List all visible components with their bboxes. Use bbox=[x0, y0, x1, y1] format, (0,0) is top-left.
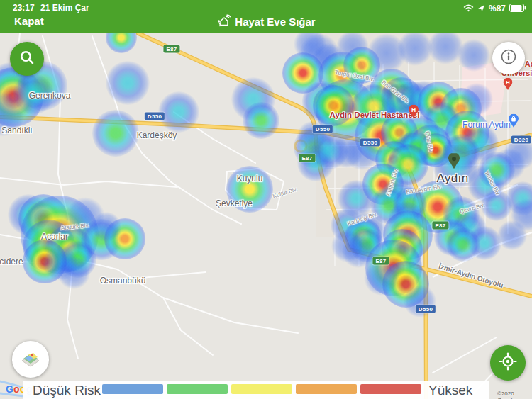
legend-low-label: Düşük Risk bbox=[33, 383, 101, 398]
app-title-bar: Hayat Eve Sığar bbox=[0, 14, 532, 28]
app-title: Hayat Eve Sığar bbox=[235, 16, 315, 28]
legend-high-label: Yüksek Risk bbox=[428, 383, 489, 399]
locate-button[interactable] bbox=[490, 345, 526, 381]
status-bar: 23:17 21 Ekim Çar %87 bbox=[0, 0, 532, 14]
legend-segment bbox=[231, 384, 292, 394]
legend-segment bbox=[167, 384, 228, 394]
map-canvas[interactable]: GerenkovaSandıklıKardeşköyKuyuluŞevketiy… bbox=[0, 0, 532, 399]
location-arrow-icon bbox=[477, 2, 485, 15]
map-base-layer bbox=[0, 0, 532, 399]
map-type-button[interactable] bbox=[12, 341, 49, 378]
battery-percent: %87 bbox=[489, 4, 506, 13]
map-copyright: ©2020 Google bbox=[497, 390, 532, 399]
info-button[interactable] bbox=[492, 42, 525, 74]
battery-icon bbox=[509, 2, 526, 15]
app-screen: GerenkovaSandıklıKardeşköyKuyuluŞevketiy… bbox=[0, 0, 532, 399]
app-header: 23:17 21 Ekim Çar %87 bbox=[0, 0, 532, 33]
risk-legend: Düşük Risk Yüksek Risk bbox=[23, 381, 489, 399]
wifi-icon bbox=[463, 2, 474, 15]
search-icon bbox=[18, 49, 35, 69]
status-date: 21 Ekim Çar bbox=[40, 3, 89, 13]
map-layers-icon bbox=[19, 348, 42, 371]
status-time: 23:17 bbox=[13, 3, 35, 13]
crosshair-icon bbox=[499, 352, 517, 373]
info-icon bbox=[499, 47, 518, 69]
hes-logo-icon bbox=[216, 14, 231, 28]
search-button[interactable] bbox=[10, 42, 44, 76]
legend-segment bbox=[102, 384, 163, 394]
legend-segment bbox=[360, 384, 421, 394]
legend-segment bbox=[296, 384, 357, 394]
